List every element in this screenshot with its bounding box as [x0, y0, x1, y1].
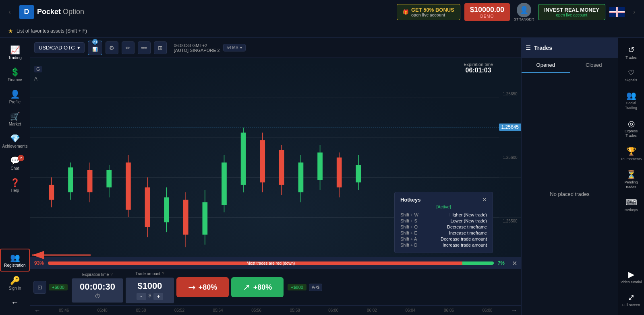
- sidebar-label-chat: Chat: [10, 166, 19, 171]
- time-axis-left-arrow[interactable]: ←: [34, 307, 41, 314]
- market-icon: 🛒: [10, 111, 20, 121]
- user-avatar[interactable]: 👤 STRANGER: [514, 3, 534, 21]
- menu-icon: ☰: [526, 45, 531, 51]
- balance-display[interactable]: $10000.00 DEMO: [464, 3, 510, 21]
- language-flag[interactable]: [609, 7, 625, 17]
- expiry-help-icon: ?: [110, 272, 113, 277]
- favorites-text: List of favorites assets (Shift + F): [17, 28, 87, 34]
- trades-panel-title: ☰ Trades: [526, 45, 552, 51]
- chart-canvas: Expiration time 06:01:03 G A 1.25645 1.2…: [30, 58, 521, 257]
- sidebar-label-finance: Finance: [8, 78, 22, 82]
- sidebar-item-chat[interactable]: 💬 2 Chat: [0, 152, 30, 174]
- sidebar-item-profile[interactable]: 👤 Profile: [0, 86, 30, 107]
- timeframe-badge: M1: [92, 39, 98, 45]
- svg-rect-17: [145, 187, 150, 227]
- signin-button[interactable]: 🔑 Sign in: [0, 272, 30, 294]
- trades-body: No placed trades: [522, 73, 618, 315]
- asset-selector[interactable]: USD/CAD OTC ▾: [34, 42, 85, 53]
- chart-pen-button[interactable]: ✏: [122, 41, 135, 54]
- far-sidebar-label-express-trades: Express Trades: [620, 129, 642, 138]
- time-tick-0: 05:46: [45, 308, 83, 313]
- hotkey-desc-2: Lower (New trade): [451, 218, 487, 223]
- sidebar-item-trading[interactable]: 📈 Trading: [0, 42, 30, 63]
- far-sidebar-item-trades[interactable]: ↺ Trades: [618, 42, 644, 64]
- far-sidebar-label-signals: Signals: [625, 78, 637, 83]
- svg-rect-13: [106, 170, 112, 187]
- chart-grid-button[interactable]: ⊞: [154, 41, 167, 54]
- tournaments-icon: 🏆: [626, 146, 636, 156]
- sidebar-item-achievements[interactable]: 💎 Achievements: [0, 130, 30, 152]
- far-sidebar-item-video-tutorial[interactable]: ▶ Video tutorial: [618, 266, 644, 288]
- hotkeys-status: [Active]: [400, 204, 487, 209]
- latency-button[interactable]: 54 MS ▾: [223, 44, 246, 51]
- hotkeys-title: Hotkeys: [400, 197, 421, 203]
- buy-button[interactable]: ↗ +80%: [231, 277, 284, 297]
- hotkeys-close-button[interactable]: ✕: [482, 196, 487, 203]
- timeframe-button[interactable]: M1 📊: [88, 41, 102, 55]
- pct-bar-track: Most trades are red (down): [48, 261, 494, 265]
- registration-label: Registration: [4, 263, 25, 268]
- grid-icon: ⊞: [158, 45, 163, 51]
- chart-settings-button[interactable]: ⚙: [106, 41, 118, 54]
- registration-button[interactable]: 👥 Registration: [0, 249, 30, 272]
- far-sidebar-item-signals[interactable]: ♡ Signals: [618, 65, 644, 86]
- chart-more-button[interactable]: •••: [138, 41, 151, 54]
- far-sidebar-item-fullscreen[interactable]: ⤢ Full screen: [618, 289, 644, 311]
- time-tick-1: 05:48: [83, 308, 122, 313]
- bonus-label: GET 50% BONUS open live account: [411, 7, 454, 17]
- bottom-trading-panel: 93% Most trades are red (down) 7% ✕ ⊡ +$…: [30, 257, 521, 305]
- sidebar-item-help[interactable]: ❓ Help: [0, 175, 30, 196]
- balance-type: DEMO: [470, 14, 504, 19]
- far-sidebar-item-hotkeys[interactable]: ⌨ Hotkeys: [618, 194, 644, 216]
- hotkey-desc-3: Decrease timeframe: [447, 224, 487, 229]
- expiry-time-value: 00:00:30: [80, 282, 115, 292]
- nav-right-arrow[interactable]: ›: [629, 0, 640, 24]
- trades-tab-closed[interactable]: Closed: [570, 58, 618, 73]
- far-sidebar-item-express-trades[interactable]: ◎ Express Trades: [618, 115, 644, 142]
- pct-bar-close-button[interactable]: ✕: [512, 259, 517, 267]
- back-button[interactable]: ←: [0, 294, 30, 311]
- plus800-right-button[interactable]: +$800: [288, 284, 306, 290]
- avatar-icon: 👤: [517, 3, 531, 17]
- sidebar-item-market[interactable]: 🛒 Market: [0, 108, 30, 130]
- time-axis-right-arrow[interactable]: →: [511, 307, 517, 314]
- sell-percentage: +80%: [199, 283, 217, 292]
- svg-rect-27: [241, 133, 246, 185]
- far-sidebar-label-social-trading: Social Trading: [620, 101, 642, 110]
- svg-rect-9: [68, 167, 73, 192]
- trades-tab-opened[interactable]: Opened: [522, 58, 570, 73]
- bonus-button[interactable]: 🎁 GET 50% BONUS open live account: [397, 4, 460, 20]
- hotkey-key-1: Shift + W: [400, 212, 418, 217]
- time-tick-11: 06:08: [468, 308, 507, 313]
- sidebar-item-finance[interactable]: 💲 Finance: [0, 64, 30, 85]
- far-sidebar-item-pending-trades[interactable]: ⏳ Pending trades: [618, 167, 644, 193]
- hotkey-desc-1: Higher (New trade): [449, 212, 487, 217]
- sell-button[interactable]: ↗ +80%: [176, 277, 229, 297]
- plus800-left-button[interactable]: +$800: [49, 284, 68, 290]
- finance-icon: 💲: [10, 67, 20, 77]
- trading-icon: 📈: [10, 45, 20, 55]
- left-sidebar: 📈 Trading 💲 Finance 👤 Profile 🛒 Market 💎…: [0, 38, 30, 315]
- amount-decrease-button[interactable]: -: [137, 293, 146, 300]
- invest-button[interactable]: INVEST REAL MONEY open live account: [538, 4, 605, 20]
- amount-label: Trade amount ?: [135, 272, 164, 276]
- svg-rect-29: [260, 140, 265, 182]
- hotkey-row-1: Shift + W Higher (New trade): [400, 212, 487, 217]
- price-scale: 1.25650 1.25600 1.25500: [499, 58, 521, 257]
- trades-tabs: Opened Closed: [522, 58, 618, 73]
- amount-increase-button[interactable]: +: [153, 293, 163, 300]
- far-sidebar-item-tournaments[interactable]: 🏆 Tournaments: [618, 143, 644, 165]
- hotkey-key-3: Shift + Q: [400, 224, 418, 229]
- hotkey-row-2: Shift + S Lower (New trade): [400, 218, 487, 223]
- pct-bar-label: Most trades are red (down): [246, 261, 295, 266]
- chart-move-button[interactable]: ⊡: [33, 281, 46, 294]
- sidebar-label-achievements: Achievements: [2, 144, 28, 148]
- time-tick-3: 05:52: [160, 308, 199, 313]
- currency-convert-button[interactable]: ¥⇄$: [309, 284, 322, 291]
- svg-rect-35: [317, 152, 323, 180]
- far-sidebar-item-social-trading[interactable]: 👥 Social Trading: [618, 87, 644, 113]
- far-sidebar-label-fullscreen: Full screen: [622, 303, 640, 308]
- hotkey-desc-6: Increase trade amount: [443, 243, 487, 247]
- nav-left-arrow[interactable]: ‹: [4, 0, 15, 24]
- latency-value: 54 MS: [227, 45, 238, 50]
